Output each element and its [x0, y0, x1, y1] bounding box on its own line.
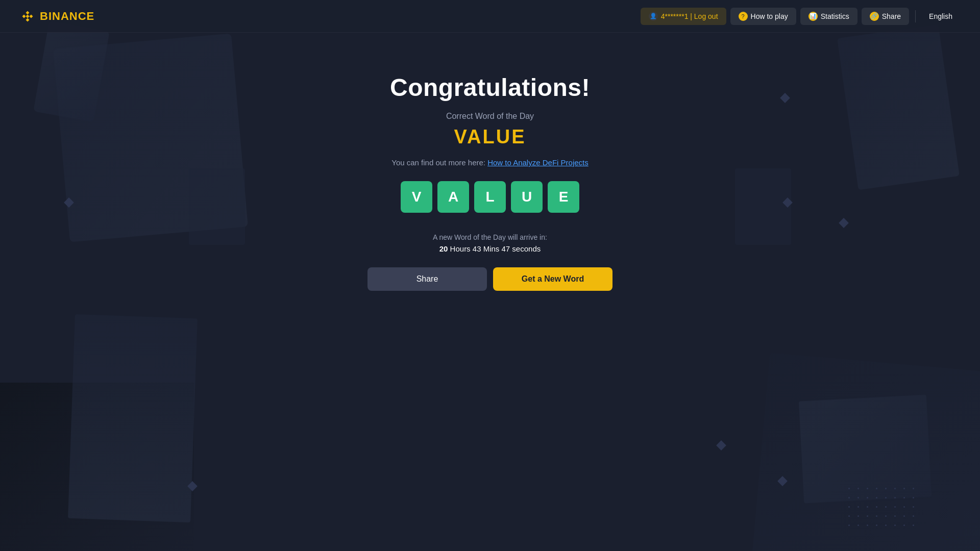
share-nav-button[interactable]: 🔗 Share: [862, 8, 909, 25]
countdown-secs: 47: [502, 244, 510, 253]
tile-e: E: [548, 181, 579, 213]
correct-word-label: Correct Word of the Day: [446, 112, 534, 121]
svg-marker-4: [26, 18, 30, 21]
share-nav-label: Share: [882, 12, 901, 20]
letter-tiles: V A L U E: [401, 181, 579, 213]
tile-u: U: [511, 181, 543, 213]
navbar-right: 👤 4*******1 | Log out ? How to play 📊 St…: [641, 8, 960, 25]
countdown-mins-label: Mins: [483, 244, 500, 253]
tile-l: L: [474, 181, 506, 213]
svg-marker-1: [22, 14, 26, 18]
find-more-link[interactable]: How to Analyze DeFi Projects: [487, 158, 589, 167]
how-to-play-label: How to play: [751, 12, 788, 20]
nav-divider: [915, 10, 916, 22]
language-button[interactable]: English: [922, 8, 960, 24]
main-content: Congratulations! Correct Word of the Day…: [0, 33, 980, 291]
find-more-prefix: You can find out more here:: [391, 158, 487, 167]
countdown-mins: 43: [473, 244, 481, 253]
user-label: 4*******1 | Log out: [661, 12, 718, 20]
logo[interactable]: BINANCE: [20, 9, 94, 23]
share-nav-icon: 🔗: [870, 12, 879, 21]
countdown-time: 20 Hours 43 Mins 47 seconds: [433, 244, 547, 253]
share-button[interactable]: Share: [368, 267, 487, 291]
binance-logo-icon: [20, 9, 35, 23]
get-new-word-button[interactable]: Get a New Word: [493, 267, 612, 291]
new-word-button-label: Get a New Word: [522, 274, 584, 283]
user-logout-button[interactable]: 👤 4*******1 | Log out: [641, 8, 726, 25]
countdown-secs-label: seconds: [512, 244, 541, 253]
navbar: BINANCE 👤 4*******1 | Log out ? How to p…: [0, 0, 980, 33]
user-icon: 👤: [649, 12, 658, 21]
tile-a: A: [437, 181, 469, 213]
countdown-hours-label: Hours: [450, 244, 471, 253]
tile-v: V: [401, 181, 432, 213]
svg-marker-3: [30, 14, 33, 18]
how-to-play-icon: ?: [739, 12, 748, 21]
statistics-button[interactable]: 📊 Statistics: [800, 8, 857, 25]
brand-name: BINANCE: [40, 10, 94, 23]
countdown-label: A new Word of the Day will arrive in:: [433, 233, 547, 241]
countdown-hours: 20: [439, 244, 448, 253]
statistics-icon: 📊: [808, 12, 818, 21]
share-button-label: Share: [416, 274, 438, 283]
how-to-play-button[interactable]: ? How to play: [730, 8, 796, 25]
countdown-section: A new Word of the Day will arrive in: 20…: [433, 233, 547, 253]
action-buttons: Share Get a New Word: [368, 267, 612, 291]
find-more-text: You can find out more here: How to Analy…: [391, 158, 588, 167]
language-label: English: [929, 12, 952, 20]
word-answer: VALUE: [454, 126, 526, 148]
svg-marker-2: [26, 14, 30, 18]
svg-marker-0: [26, 11, 30, 14]
congratulations-title: Congratulations!: [390, 73, 590, 102]
statistics-label: Statistics: [821, 12, 849, 20]
